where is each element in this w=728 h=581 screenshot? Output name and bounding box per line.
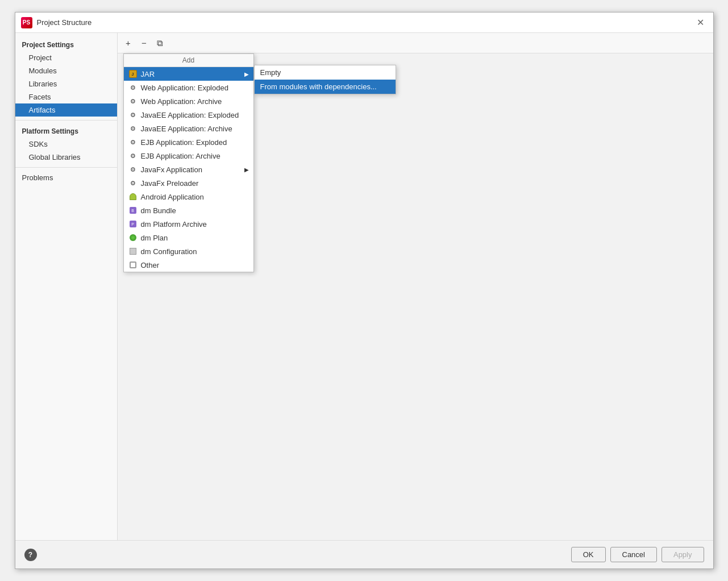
menu-item-dm-bundle[interactable]: B dm Bundle bbox=[124, 204, 253, 217]
help-button[interactable]: ? bbox=[24, 549, 37, 561]
menu-item-dm-plan-label: dm Plan bbox=[141, 234, 249, 242]
sidebar-item-project[interactable]: Project bbox=[15, 51, 117, 64]
sidebar-item-sdks[interactable]: SDKs bbox=[15, 138, 117, 151]
main-content: Project Settings Project Modules Librari… bbox=[15, 33, 713, 540]
javafx-preloader-icon: ⚙ bbox=[128, 179, 138, 188]
dm-plan-icon bbox=[128, 233, 138, 242]
footer-right: OK Cancel Apply bbox=[571, 547, 704, 562]
javafx-submenu-arrow: ▶ bbox=[244, 167, 249, 173]
menu-item-dm-bundle-label: dm Bundle bbox=[141, 206, 249, 215]
menu-item-dm-plan[interactable]: dm Plan bbox=[124, 231, 253, 244]
menu-item-web-exploded-label: Web Application: Exploded bbox=[141, 84, 249, 92]
menu-item-web-archive-label: Web Application: Archive bbox=[141, 97, 249, 106]
sidebar-divider bbox=[15, 120, 117, 121]
menu-item-javafx-preloader-label: JavaFx Preloader bbox=[141, 179, 249, 188]
sidebar-item-artifacts[interactable]: Artifacts bbox=[15, 103, 117, 117]
menu-item-dm-platform-label: dm Platform Archive bbox=[141, 220, 249, 229]
menu-item-javaee-archive[interactable]: ⚙ JavaEE Application: Archive bbox=[124, 122, 253, 135]
menu-item-ejb-exploded[interactable]: ⚙ EJB Application: Exploded bbox=[124, 135, 253, 149]
web-exploded-icon: ⚙ bbox=[128, 83, 138, 92]
dm-bundle-icon: B bbox=[128, 206, 138, 215]
javaee-exploded-icon: ⚙ bbox=[128, 110, 138, 119]
menu-item-dm-config-label: dm Configuration bbox=[141, 247, 249, 256]
menu-item-web-archive[interactable]: ⚙ Web Application: Archive bbox=[124, 94, 253, 108]
menu-item-ejb-archive[interactable]: ⚙ EJB Application: Archive bbox=[124, 149, 253, 163]
sidebar-item-global-libraries[interactable]: Global Libraries bbox=[15, 151, 117, 164]
remove-button[interactable]: − bbox=[137, 36, 152, 51]
menu-item-javaee-archive-label: JavaEE Application: Archive bbox=[141, 125, 249, 133]
other-icon bbox=[128, 260, 138, 269]
toolbar: + − ⧉ bbox=[118, 33, 713, 53]
menu-item-dm-platform[interactable]: P dm Platform Archive bbox=[124, 217, 253, 231]
menu-item-android-app[interactable]: Android Application bbox=[124, 190, 253, 204]
javaee-archive-icon: ⚙ bbox=[128, 124, 138, 133]
add-menu[interactable]: Add J JAR ▶ ⚙ Web Application: Exploded bbox=[123, 53, 254, 272]
menu-item-other-label: Other bbox=[141, 261, 249, 269]
jar-icon: J bbox=[128, 69, 138, 78]
copy-button[interactable]: ⧉ bbox=[153, 36, 168, 51]
sidebar-item-facets[interactable]: Facets bbox=[15, 90, 117, 103]
project-settings-label: Project Settings bbox=[15, 38, 117, 51]
menu-item-web-exploded[interactable]: ⚙ Web Application: Exploded bbox=[124, 81, 253, 94]
sidebar-divider-2 bbox=[15, 167, 117, 168]
web-archive-icon: ⚙ bbox=[128, 97, 138, 106]
footer: ? OK Cancel Apply bbox=[15, 540, 713, 568]
ejb-archive-icon: ⚙ bbox=[128, 151, 138, 160]
menu-item-javafx-app-label: JavaFx Application bbox=[141, 165, 241, 174]
footer-left: ? bbox=[24, 549, 37, 561]
menu-item-javaee-exploded-label: JavaEE Application: Exploded bbox=[141, 111, 249, 119]
menu-item-javafx-preloader[interactable]: ⚙ JavaFx Preloader bbox=[124, 176, 253, 190]
menu-item-dm-config[interactable]: dm Configuration bbox=[124, 244, 253, 258]
window-title: Project Structure bbox=[37, 18, 92, 27]
platform-settings-label: Platform Settings bbox=[15, 124, 117, 138]
menu-item-javaee-exploded[interactable]: ⚙ JavaEE Application: Exploded bbox=[124, 108, 253, 122]
menu-item-android-app-label: Android Application bbox=[141, 193, 249, 201]
jar-submenu-arrow: ▶ bbox=[244, 71, 249, 77]
add-button[interactable]: + bbox=[121, 36, 136, 51]
ok-button[interactable]: OK bbox=[571, 547, 606, 562]
android-app-icon bbox=[128, 192, 138, 201]
menu-item-jar-label: JAR bbox=[141, 70, 241, 78]
close-button[interactable]: ✕ bbox=[694, 16, 708, 30]
javafx-app-icon: ⚙ bbox=[128, 165, 138, 174]
menu-item-ejb-exploded-label: EJB Application: Exploded bbox=[141, 138, 249, 147]
dm-platform-icon: P bbox=[128, 219, 138, 229]
main-area: + − ⧉ Add J JAR ▶ bbox=[118, 33, 713, 540]
title-bar: PS Project Structure ✕ bbox=[15, 13, 713, 33]
ejb-exploded-icon: ⚙ bbox=[128, 138, 138, 147]
title-bar-left: PS Project Structure bbox=[21, 17, 92, 28]
sidebar: Project Settings Project Modules Librari… bbox=[15, 33, 118, 540]
apply-button[interactable]: Apply bbox=[662, 547, 704, 562]
app-icon: PS bbox=[21, 17, 32, 28]
menu-item-javafx-app[interactable]: ⚙ JavaFx Application ▶ bbox=[124, 163, 253, 176]
cancel-button[interactable]: Cancel bbox=[610, 547, 657, 562]
sidebar-item-modules[interactable]: Modules bbox=[15, 64, 117, 77]
menu-item-other[interactable]: Other bbox=[124, 258, 253, 272]
sidebar-item-problems[interactable]: Problems bbox=[15, 171, 117, 184]
sidebar-item-libraries[interactable]: Libraries bbox=[15, 77, 117, 90]
menu-item-jar[interactable]: J JAR ▶ bbox=[124, 67, 253, 81]
project-structure-window: PS Project Structure ✕ Project Settings … bbox=[15, 12, 714, 569]
add-menu-header: Add bbox=[124, 54, 253, 67]
dm-config-icon bbox=[128, 247, 138, 256]
menu-item-ejb-archive-label: EJB Application: Archive bbox=[141, 152, 249, 160]
